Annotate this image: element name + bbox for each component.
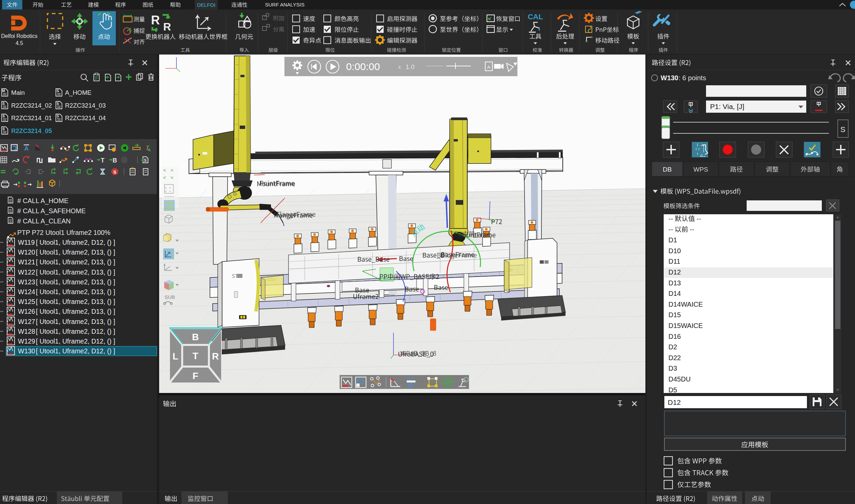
svg-text:S: S bbox=[56, 89, 59, 93]
svg-text:A_HOME: A_HOME bbox=[65, 89, 91, 96]
svg-text:M: M bbox=[2, 89, 5, 93]
svg-text:4.5: 4.5 bbox=[16, 40, 23, 46]
svg-text:D12: D12 bbox=[669, 268, 681, 276]
svg-text:D2: D2 bbox=[669, 343, 677, 351]
svg-text:T: T bbox=[101, 157, 105, 164]
svg-text:x: x bbox=[398, 64, 401, 70]
svg-text:[ Utool1, Uframe2, D12, () ]: [ Utool1, Uframe2, D12, () ] bbox=[36, 328, 115, 335]
svg-text:S: S bbox=[144, 158, 147, 163]
svg-text:S: S bbox=[840, 125, 845, 134]
svg-text:W122: W122 bbox=[18, 268, 35, 276]
svg-text:WPS: WPS bbox=[694, 166, 708, 173]
svg-text:F: F bbox=[192, 371, 198, 381]
svg-text:D15: D15 bbox=[669, 311, 681, 319]
svg-text:S: S bbox=[56, 102, 59, 106]
svg-text:S: S bbox=[2, 102, 5, 106]
svg-text:DELFOI: DELFOI bbox=[197, 2, 215, 8]
svg-text:B: B bbox=[113, 157, 117, 164]
svg-text:R2ZC3214_03: R2ZC3214_03 bbox=[65, 102, 106, 109]
svg-text:D14WAICE: D14WAICE bbox=[669, 301, 703, 308]
svg-text:# CALL A_SAFEHOME: # CALL A_SAFEHOME bbox=[17, 207, 86, 215]
svg-text:R2ZC3214_05: R2ZC3214_05 bbox=[11, 127, 52, 134]
svg-text:W125: W125 bbox=[18, 298, 35, 305]
svg-text:D1: D1 bbox=[669, 236, 677, 244]
svg-text:W130: W130 bbox=[18, 347, 35, 355]
svg-text:B: B bbox=[192, 332, 199, 342]
svg-text:D15WAICE: D15WAICE bbox=[669, 322, 703, 329]
svg-text:D22: D22 bbox=[669, 354, 681, 361]
svg-text:S: S bbox=[113, 169, 117, 175]
svg-text:D12: D12 bbox=[668, 398, 681, 406]
svg-text:# CALL A_CLEAN: # CALL A_CLEAN bbox=[17, 217, 71, 225]
svg-text:D11: D11 bbox=[669, 257, 680, 265]
svg-text:W127: W127 bbox=[18, 318, 35, 325]
svg-text:A: A bbox=[487, 65, 490, 70]
svg-text:R2ZC3214_04: R2ZC3214_04 bbox=[65, 114, 106, 122]
svg-text:[ Utool1, Uframe2, D13, () ]: [ Utool1, Uframe2, D13, () ] bbox=[36, 318, 115, 325]
svg-text:A: A bbox=[24, 145, 29, 152]
svg-text:[ Utool1, Uframe2, D13, () ]: [ Utool1, Uframe2, D13, () ] bbox=[36, 288, 115, 295]
svg-text:[ Utool1, Uframe2, D13, () ]: [ Utool1, Uframe2, D13, () ] bbox=[36, 258, 115, 266]
svg-text:[ Utool1, Uframe2, D12, () ]: [ Utool1, Uframe2, D12, () ] bbox=[36, 239, 115, 246]
svg-text:Main: Main bbox=[11, 89, 25, 96]
svg-text:S: S bbox=[2, 127, 5, 131]
svg-text:W128: W128 bbox=[18, 328, 35, 335]
svg-text:R2ZC3214_01: R2ZC3214_01 bbox=[11, 114, 52, 122]
svg-text:SURF ANALYSIS: SURF ANALYSIS bbox=[265, 2, 304, 7]
svg-text:W123: W123 bbox=[18, 278, 35, 286]
svg-text:[ Utool1, Uframe2, D13, () ]: [ Utool1, Uframe2, D13, () ] bbox=[36, 278, 115, 286]
svg-text:W120: W120 bbox=[18, 249, 35, 256]
svg-text:P1: Via, [J]: P1: Via, [J] bbox=[710, 103, 744, 110]
svg-text:W124: W124 bbox=[18, 288, 35, 295]
svg-text:0:00:00: 0:00:00 bbox=[346, 61, 380, 72]
svg-text:[ Utool1, Uframe2, D12, () ]: [ Utool1, Uframe2, D12, () ] bbox=[36, 347, 115, 355]
svg-text:R2ZC3214_02: R2ZC3214_02 bbox=[11, 102, 52, 109]
svg-text:CAL: CAL bbox=[528, 13, 543, 21]
svg-text:D5: D5 bbox=[669, 386, 677, 394]
svg-text:T: T bbox=[192, 351, 198, 361]
svg-text:: 6 points: : 6 points bbox=[679, 74, 706, 82]
svg-text:R: R bbox=[212, 351, 219, 361]
svg-text:R: R bbox=[151, 13, 160, 27]
svg-text:D14: D14 bbox=[669, 290, 681, 297]
svg-text:[ Utool1, Uframe2, D13, () ]: [ Utool1, Uframe2, D13, () ] bbox=[36, 298, 115, 305]
svg-text:DB: DB bbox=[663, 166, 672, 173]
svg-text:W130: W130 bbox=[661, 74, 678, 82]
svg-text:W121: W121 bbox=[18, 258, 35, 266]
svg-text:D16: D16 bbox=[669, 333, 681, 340]
svg-text:D45DU: D45DU bbox=[669, 375, 691, 383]
svg-text:R: R bbox=[163, 21, 171, 33]
svg-text:L: L bbox=[172, 351, 178, 361]
svg-text:S: S bbox=[56, 114, 59, 118]
svg-text:W119: W119 bbox=[18, 239, 35, 246]
svg-text:S: S bbox=[2, 114, 5, 118]
svg-text:[ Utool1, Uframe2, D12, () ]: [ Utool1, Uframe2, D12, () ] bbox=[36, 338, 115, 345]
svg-text:W129: W129 bbox=[18, 338, 35, 345]
svg-text:[ Utool1, Uframe2, D13, () ]: [ Utool1, Uframe2, D13, () ] bbox=[36, 249, 115, 256]
svg-text:[ Utool1, Uframe2, D13, () ]: [ Utool1, Uframe2, D13, () ] bbox=[36, 268, 115, 276]
svg-text:Delfoi Robotics: Delfoi Robotics bbox=[1, 33, 38, 39]
svg-text:1.0: 1.0 bbox=[406, 63, 414, 70]
svg-text:# CALL A_HOME: # CALL A_HOME bbox=[17, 197, 68, 205]
svg-text:D13: D13 bbox=[669, 279, 681, 287]
svg-text:D3: D3 bbox=[669, 364, 677, 372]
svg-text:W126: W126 bbox=[18, 308, 35, 315]
svg-text:PTP P72 Utool1 Uframe2 100%: PTP P72 Utool1 Uframe2 100% bbox=[17, 229, 110, 236]
svg-text:SUB: SUB bbox=[164, 294, 175, 300]
svg-text:D10: D10 bbox=[669, 247, 681, 254]
svg-text:[ Utool1, Uframe2, D13, () ]: [ Utool1, Uframe2, D13, () ] bbox=[36, 308, 115, 315]
